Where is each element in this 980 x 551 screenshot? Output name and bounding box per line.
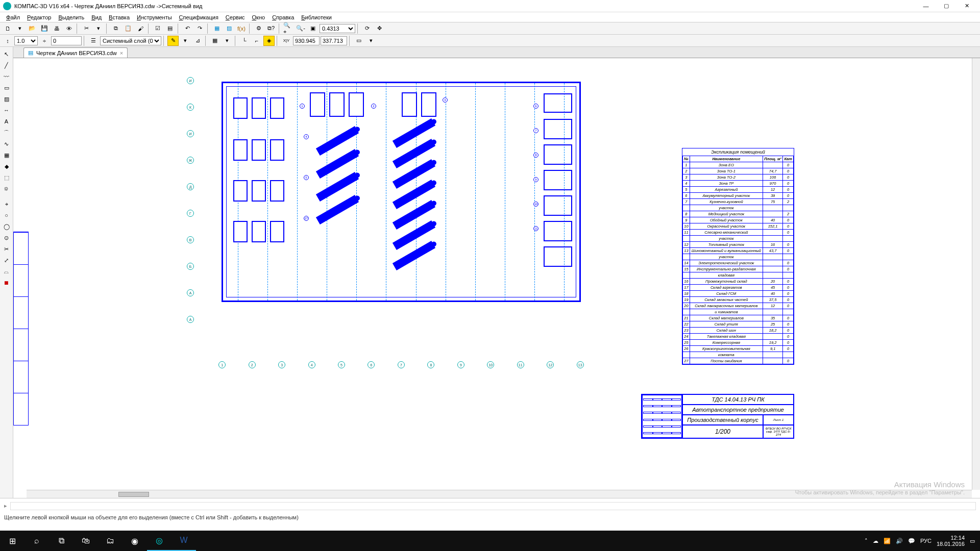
zoom-select[interactable]: 0.4313	[320, 24, 355, 33]
cut-button[interactable]: ✂	[81, 23, 92, 34]
anchor-icon[interactable]: ↕	[2, 36, 13, 46]
snap2-button[interactable]: ◈	[263, 36, 275, 46]
step-icon[interactable]: ÷	[39, 36, 50, 46]
layer-select[interactable]: Системный слой (0)	[100, 36, 161, 45]
line-tool[interactable]: ╱	[2, 60, 12, 70]
paste-button[interactable]: 📋	[122, 23, 134, 34]
tray-chevron-icon[interactable]: ˄	[865, 538, 868, 544]
store-icon[interactable]: 🛍	[74, 531, 98, 551]
axis-tool[interactable]: ⌖	[2, 199, 12, 209]
dropdown-new-icon[interactable]: ▾	[14, 23, 26, 34]
dropdown-1[interactable]: ▾	[93, 23, 104, 34]
menu-Спецификация[interactable]: Спецификация	[176, 13, 222, 21]
menu-Вставка[interactable]: Вставка	[106, 13, 133, 21]
save-button[interactable]: 💾	[39, 23, 50, 34]
kompas-icon[interactable]: ◎	[147, 531, 172, 551]
tangent-tool[interactable]: ⊙	[2, 233, 12, 243]
word-icon[interactable]: W	[172, 531, 196, 551]
system-tray[interactable]: ˄ ☁ 📶 🔊 💬 РУС 12:14 18.01.2016 ▭	[860, 535, 980, 547]
misc-dd[interactable]: ▾	[365, 36, 377, 46]
view-2[interactable]: ▨	[224, 23, 235, 34]
properties-button[interactable]: ☑	[152, 23, 163, 34]
open-button[interactable]: 📂	[27, 23, 38, 34]
select-tool[interactable]: ↖	[2, 49, 12, 59]
arc-tool[interactable]: ⌒	[2, 128, 12, 138]
tray-action-center-icon[interactable]: ▭	[970, 538, 975, 544]
menu-Библиотеки[interactable]: Библиотеки	[298, 13, 335, 21]
rect-tool[interactable]: ▭	[2, 83, 12, 93]
grid-button[interactable]: ▦	[209, 36, 220, 46]
layer-icon[interactable]: ☰	[88, 36, 99, 46]
ortho-button[interactable]: └	[239, 36, 250, 46]
doc-tab-close[interactable]: ×	[120, 50, 123, 56]
menu-Редактор[interactable]: Редактор	[24, 13, 54, 21]
tray-volume-icon[interactable]: 🔊	[896, 538, 903, 544]
tray-onedrive-icon[interactable]: ☁	[873, 538, 878, 544]
close-button[interactable]: ✕	[957, 1, 977, 12]
tray-notify-icon[interactable]: 💬	[908, 538, 915, 544]
fx-button[interactable]: f(x)	[236, 23, 247, 34]
command-input[interactable]	[10, 502, 976, 510]
fillet-tool[interactable]: ⌓	[2, 266, 12, 277]
taskview-button[interactable]: ⧉	[49, 531, 74, 551]
scrollbar-vertical[interactable]	[972, 58, 980, 490]
zoom-out-button[interactable]: 🔍-	[295, 23, 306, 34]
menu-Справка[interactable]: Справка	[269, 13, 297, 21]
trim-tool[interactable]: ✂	[2, 244, 12, 254]
sheet-button[interactable]: ▤	[164, 23, 176, 34]
help-button[interactable]: ⧉?	[265, 23, 277, 34]
symbol-tool[interactable]: ◆	[2, 161, 12, 171]
hatch-tool[interactable]: ▨	[2, 94, 12, 104]
menu-Сервис[interactable]: Сервис	[223, 13, 248, 21]
copy-button[interactable]: ⧉	[110, 23, 121, 34]
poly-tool[interactable]: 〰	[2, 71, 12, 82]
undo-button[interactable]: ↶	[182, 23, 193, 34]
chrome-icon[interactable]: ◉	[122, 531, 147, 551]
line-weight-select[interactable]: 1.0	[14, 36, 38, 45]
dim-tool[interactable]: ↔	[2, 105, 12, 115]
dropdown-marker[interactable]: ▾	[180, 36, 191, 46]
gear-button[interactable]: ⚙	[253, 23, 264, 34]
text-tool[interactable]: A	[2, 116, 12, 127]
print-button[interactable]: 🖶	[51, 23, 62, 34]
ellipse-tool[interactable]: ◯	[2, 221, 12, 232]
circle-tool[interactable]: ○	[2, 210, 12, 220]
view-1[interactable]: ▦	[211, 23, 223, 34]
move-button[interactable]: ✥	[374, 23, 385, 34]
canvas[interactable]: И К И Ж Д Г В Б А А 1 2	[13, 58, 980, 498]
zoom-in-button[interactable]: 🔍+	[283, 23, 294, 34]
preview-button[interactable]: 👁	[63, 23, 75, 34]
stop-tool[interactable]: ⏹	[2, 278, 12, 288]
grid-dd[interactable]: ▾	[222, 36, 233, 46]
marker-button[interactable]: ✎	[167, 36, 179, 46]
perp-icon[interactable]: ⊿	[192, 36, 203, 46]
snap-button[interactable]: ⌐	[251, 36, 262, 46]
zoom-fit-button[interactable]: ▣	[307, 23, 318, 34]
menu-Вид[interactable]: Вид	[88, 13, 105, 21]
menu-Окно[interactable]: Окно	[249, 13, 268, 21]
minimize-button[interactable]: —	[916, 1, 936, 12]
menu-Инструменты[interactable]: Инструменты	[134, 13, 175, 21]
format-button[interactable]: 🖌	[135, 23, 146, 34]
explorer-icon[interactable]: 🗂	[98, 531, 122, 551]
tray-network-icon[interactable]: 📶	[884, 538, 891, 544]
refresh-button[interactable]: ⟳	[361, 23, 373, 34]
search-button[interactable]: ⌕	[24, 531, 49, 551]
doc-tab[interactable]: ▤ Чертеж ДАниил ВЕРСИЯ3.cdw ×	[23, 47, 128, 58]
tray-clock[interactable]: 12:14 18.01.2016	[937, 535, 965, 547]
coord-x-input[interactable]	[293, 36, 320, 45]
maximize-button[interactable]: ▢	[936, 1, 957, 12]
new-doc-button[interactable]: 🗋	[2, 23, 13, 34]
tray-lang[interactable]: РУС	[920, 538, 932, 544]
coord-y-input[interactable]	[321, 36, 347, 45]
spline-tool[interactable]: ∿	[2, 139, 12, 149]
edit-tool[interactable]: ⛭	[2, 184, 12, 194]
extend-tool[interactable]: ⤢	[2, 255, 12, 265]
redo-button[interactable]: ↷	[194, 23, 205, 34]
offset-input[interactable]	[51, 36, 82, 45]
start-button[interactable]: ⊞	[0, 531, 24, 551]
misc-button[interactable]: ▭	[353, 36, 364, 46]
table-tool[interactable]: ▦	[2, 150, 12, 160]
macro-tool[interactable]: ⬚	[2, 172, 12, 183]
menu-Выделить[interactable]: Выделить	[55, 13, 87, 21]
